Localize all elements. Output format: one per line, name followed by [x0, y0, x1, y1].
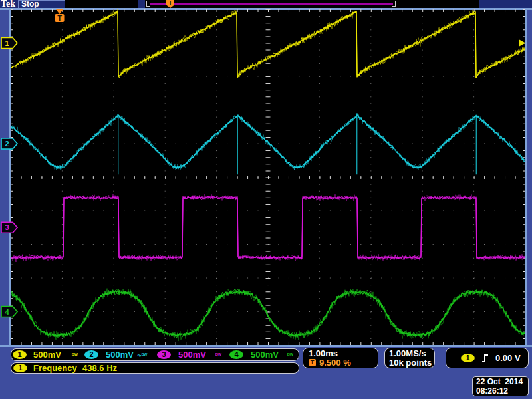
trigger-source-badge: 1: [461, 354, 475, 362]
datetime-box: 22 Oct 2014 08:26:12: [472, 376, 529, 396]
ch1-marker: 1: [1, 38, 17, 49]
ch2-scale: 500mV: [106, 350, 134, 360]
acquisition-box: 1.00MS/s 10k points: [384, 348, 435, 368]
time-text: 08:26:12: [476, 386, 508, 396]
ch4-trace: [9, 291, 527, 337]
horizontal-scale: 1.00ms: [309, 348, 338, 358]
ch1-scale: 500mV: [33, 350, 61, 360]
trigger-level-arrow-icon: [519, 40, 525, 47]
measurement-channel-badge: 1: [13, 364, 27, 372]
trigger-box: 1 0.00 V: [446, 348, 529, 368]
channel-readout-bar: 1500mVᴮᵂ2500mV∿ᴮᵂ3500mVᴮᵂ4500mVᴮᵂ: [11, 348, 299, 361]
ch4-badge: 4: [229, 350, 243, 359]
trigger-slope-icon: [481, 353, 490, 363]
ch4-marker: 4: [1, 307, 17, 317]
svg-text:4: 4: [5, 308, 9, 316]
ch1-coupling-icons: ᴮᵂ: [72, 352, 78, 358]
waveform-layer: 1234T: [0, 0, 532, 399]
date-text: 22 Oct 2014: [476, 377, 523, 386]
horizontal-box: 1.00ms T 9.500 %: [303, 348, 378, 368]
ch3-marker: 3: [1, 222, 17, 233]
ch4-coupling-icons: ᴮᵂ: [287, 352, 293, 358]
record-length: 10k points: [389, 358, 432, 368]
sample-rate: 1.00MS/s: [389, 348, 426, 358]
measurement-value: 438.6 Hz: [82, 363, 117, 373]
grid: [11, 9, 525, 345]
ch1-badge: 1: [13, 350, 27, 359]
ch3-trace: [9, 196, 527, 259]
ch2-badge: 2: [84, 350, 98, 359]
horizontal-position: 9.500 %: [319, 358, 351, 368]
svg-text:T: T: [57, 14, 62, 22]
trigger-delay-icon: T: [309, 359, 316, 366]
svg-text:1: 1: [5, 39, 9, 47]
svg-text:2: 2: [5, 140, 9, 148]
ch4-scale: 500mV: [251, 350, 279, 360]
ch3-scale: 500mV: [178, 350, 206, 360]
ch2-coupling-icons: ∿ᴮᵂ: [137, 352, 147, 358]
ch1-trace: [9, 11, 527, 78]
ch3-coupling-icons: ᴮᵂ: [215, 352, 221, 358]
measurement-bar: 1 Frequency 438.6 Hz: [11, 362, 299, 374]
ch2-marker: 2: [1, 138, 17, 149]
svg-text:3: 3: [5, 223, 9, 231]
trigger-position-marker-icon: T: [55, 9, 65, 22]
oscilloscope-screen: Tek Stop T 1234T 1500mVᴮᵂ2500mV∿ᴮᵂ3500mV…: [0, 0, 532, 399]
ch3-badge: 3: [157, 350, 171, 359]
trigger-level: 0.00 V: [495, 353, 521, 363]
measurement-name: Frequency: [33, 363, 77, 373]
